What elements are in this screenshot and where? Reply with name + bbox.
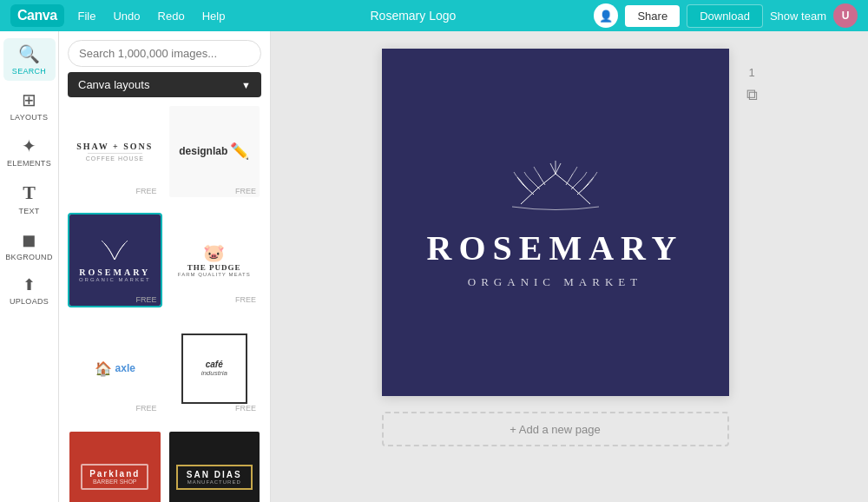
avatar[interactable]: U — [833, 3, 858, 28]
menu-help[interactable]: Help — [195, 6, 233, 26]
panel: Canva layouts ▼ SHAW + SONS COFFEE HOUSE… — [59, 31, 271, 502]
canvas-subtitle: ORGANIC MARKET — [468, 275, 642, 289]
sidebar-item-layouts-label: LAYOUTS — [10, 113, 48, 122]
background-icon: ◼ — [22, 229, 36, 250]
doc-title[interactable]: Rosemary Logo — [370, 9, 456, 23]
sidebar-item-search-label: SEARCH — [12, 67, 46, 76]
canvas-artboard[interactable]: ROSEMARY ORGANIC MARKET — [382, 49, 729, 396]
layout-card-axle[interactable]: 🏠 axle FREE — [68, 321, 162, 416]
layouts-dropdown-label: Canva layouts — [78, 78, 149, 91]
show-team-button[interactable]: Show team — [770, 10, 826, 23]
add-page-button[interactable]: + Add a new page — [382, 412, 729, 446]
share-button[interactable]: Share — [625, 5, 680, 27]
canvas-title: ROSEMARY — [427, 228, 684, 268]
user-circle: 👤 — [594, 3, 618, 28]
rosemary-branch-small-icon — [93, 238, 136, 264]
topbar-center: Rosemary Logo — [232, 9, 594, 23]
text-icon: T — [23, 182, 36, 204]
canvas-page: ROSEMARY ORGANIC MARKET + Add a new page — [382, 49, 729, 446]
sidebar-item-text-label: TEXT — [18, 207, 39, 215]
layout-card-shaw[interactable]: SHAW + SONS COFFEE HOUSE FREE — [68, 104, 162, 199]
chevron-down-icon: ▼ — [241, 80, 251, 90]
free-badge-shaw: FREE — [135, 187, 156, 195]
free-badge-axle: FREE — [135, 404, 156, 413]
layout-card-pudge[interactable]: 🐷 THE PUDGE FARM QUALITY MEATS FREE — [168, 213, 262, 307]
menu-undo[interactable]: Undo — [106, 6, 147, 26]
canva-logo-text: Canva — [17, 8, 57, 23]
layout-grid: SHAW + SONS COFFEE HOUSE FREE designlab … — [59, 104, 270, 502]
canvas-area: ROSEMARY ORGANIC MARKET + Add a new page… — [271, 31, 868, 502]
free-badge-pudge: FREE — [235, 295, 256, 304]
page-actions: 1 ⧉ — [746, 66, 758, 104]
canva-logo[interactable]: Canva — [10, 4, 64, 27]
search-icon: 🔍 — [18, 43, 40, 64]
free-badge-cafe: FREE — [235, 404, 256, 413]
uploads-icon: ⬆ — [23, 275, 36, 294]
layout-card-rosemary[interactable]: ROSEMARY ORGANIC MARKET FREE — [68, 213, 162, 307]
canvas-container: ROSEMARY ORGANIC MARKET + Add a new page… — [382, 49, 758, 446]
sidebar-item-elements-label: ELEMENTS — [7, 159, 51, 168]
sidebar-item-elements[interactable]: ✦ ELEMENTS — [3, 130, 56, 173]
panel-search — [59, 31, 270, 72]
layout-card-parkland[interactable]: Parkland BARBER SHOP FREE — [68, 430, 162, 502]
sidebar-item-background-label: BKGROUND — [5, 253, 52, 261]
sidebar-item-background[interactable]: ◼ BKGROUND — [3, 224, 56, 267]
icon-sidebar: 🔍 SEARCH ⊞ LAYOUTS ✦ ELEMENTS T TEXT ◼ B… — [0, 31, 59, 502]
topbar-right: 👤 Share Download Show team U — [594, 3, 858, 28]
layout-card-sandias[interactable]: SAN DIAS MANUFACTURED FREE — [168, 430, 262, 502]
layouts-icon: ⊞ — [22, 89, 36, 110]
search-input[interactable] — [68, 40, 261, 67]
sidebar-item-search[interactable]: 🔍 SEARCH — [3, 38, 56, 81]
sidebar-item-uploads-label: UPLOADS — [10, 297, 49, 306]
topbar-menu: File Undo Redo Help — [71, 6, 233, 26]
page-number: 1 — [748, 66, 754, 79]
layout-card-cafe[interactable]: café industria FREE — [168, 321, 262, 416]
download-button[interactable]: Download — [687, 4, 763, 28]
topbar: Canva File Undo Redo Help Rosemary Logo … — [0, 0, 868, 31]
free-badge-designlab: FREE — [235, 187, 256, 195]
copy-page-button[interactable]: ⧉ — [746, 86, 758, 104]
layouts-dropdown[interactable]: Canva layouts ▼ — [68, 72, 261, 97]
sidebar-item-text[interactable]: T TEXT — [3, 176, 56, 221]
menu-redo[interactable]: Redo — [151, 6, 192, 26]
layout-card-designlab[interactable]: designlab ✏️ FREE — [168, 104, 262, 199]
free-badge-rosemary: FREE — [135, 295, 156, 304]
rosemary-branch-icon — [503, 156, 608, 217]
sidebar-item-layouts[interactable]: ⊞ LAYOUTS — [3, 84, 56, 127]
menu-file[interactable]: File — [71, 6, 103, 26]
main-layout: 🔍 SEARCH ⊞ LAYOUTS ✦ ELEMENTS T TEXT ◼ B… — [0, 31, 868, 502]
elements-icon: ✦ — [22, 135, 36, 156]
sidebar-item-uploads[interactable]: ⬆ UPLOADS — [3, 270, 56, 311]
